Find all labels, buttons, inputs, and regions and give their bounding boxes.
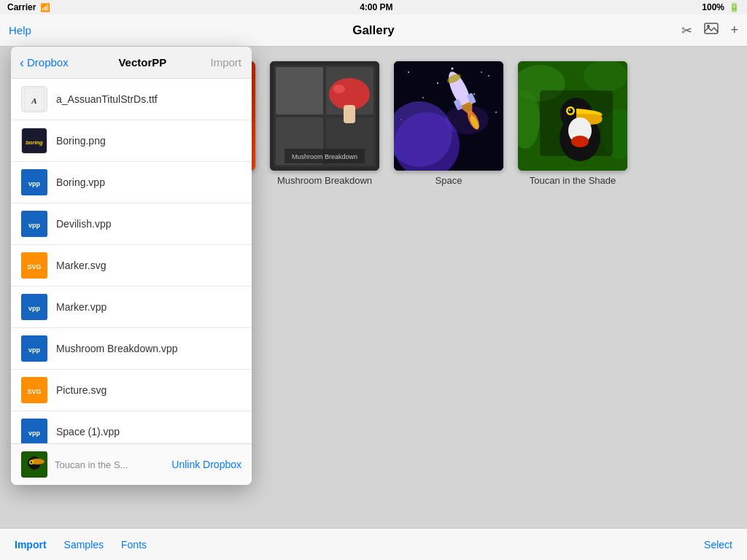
svg-rect-11: [276, 67, 323, 114]
tab-samples[interactable]: Samples: [64, 539, 104, 551]
svg-rect-16: [344, 105, 355, 123]
svg-point-21: [408, 71, 409, 73]
svg-text:SVG: SVG: [27, 263, 41, 271]
file-name-png: Boring.png: [56, 135, 106, 147]
gallery-item-mushroom[interactable]: Mushroom Breakdown Mushroom Breakdown: [270, 61, 379, 186]
file-item-marker-vpp[interactable]: vpp Marker.vpp: [11, 287, 252, 328]
file-icon-vpp-4: vpp: [21, 335, 47, 362]
file-name-mushroom-vpp: Mushroom Breakdown.vpp: [56, 343, 178, 354]
file-item-mushroom-vpp[interactable]: vpp Mushroom Breakdown.vpp: [11, 328, 252, 370]
svg-point-17: [333, 85, 345, 93]
file-list: A a_AssuanTitulStrDs.ttf boring Boring.p…: [11, 79, 252, 443]
svg-text:SVG: SVG: [27, 388, 41, 395]
image-button[interactable]: [704, 23, 719, 38]
scissors-button[interactable]: ✂: [681, 23, 692, 39]
footer-preview-label: Toucan in the S...: [55, 459, 128, 470]
file-icon-vpp-1: vpp: [21, 169, 47, 195]
tab-bar-left: Import Samples Fonts: [15, 539, 147, 551]
file-icon-png: boring: [21, 128, 47, 154]
svg-point-80: [31, 462, 33, 464]
file-item-devilish-vpp[interactable]: vpp Devilish.vpp: [11, 203, 252, 245]
battery-label: 100%: [702, 2, 724, 12]
file-item-png[interactable]: boring Boring.png: [11, 120, 252, 162]
scissors-icon: ✂: [681, 23, 692, 39]
unlink-dropbox-button[interactable]: Unlink Dropbox: [171, 459, 241, 470]
nav-right: ✂ +: [681, 23, 738, 39]
file-name-marker-svg: Marker.svg: [56, 260, 106, 271]
svg-point-30: [481, 71, 482, 73]
mushroom-thumbnail: Mushroom Breakdown: [270, 61, 379, 171]
help-button[interactable]: Help: [9, 24, 31, 36]
svg-point-50: [568, 109, 573, 114]
add-button[interactable]: +: [730, 23, 738, 38]
svg-point-26: [437, 82, 438, 84]
file-item-ttf[interactable]: A a_AssuanTitulStrDs.ttf: [11, 79, 252, 120]
svg-point-25: [422, 97, 424, 98]
dropdown-footer: Toucan in the S... Unlink Dropbox: [11, 443, 252, 485]
nav-bar: Help Gallery ✂ +: [0, 15, 747, 47]
file-name-devilish-vpp: Devilish.vpp: [56, 218, 111, 230]
toucan-thumbnail: [518, 61, 627, 171]
dropdown-import-button[interactable]: Import: [200, 56, 252, 69]
file-icon-vpp-5: vpp: [21, 419, 47, 443]
tab-bar: Import Samples Fonts Select: [0, 528, 747, 560]
svg-point-40: [445, 105, 489, 134]
file-icon-svg-2: SVG: [21, 377, 47, 403]
svg-point-22: [452, 68, 454, 70]
dropdown-header: ‹ Dropbox VectorPP Import: [11, 47, 252, 79]
svg-text:vpp: vpp: [28, 346, 41, 354]
file-name-marker-vpp: Marker.vpp: [56, 301, 107, 313]
dropdown-panel: ‹ Dropbox VectorPP Import A a_AssuanTitu…: [11, 47, 252, 485]
time-label: 4:00 PM: [360, 2, 392, 12]
nav-title: Gallery: [352, 23, 395, 38]
svg-point-51: [569, 109, 570, 111]
image-icon: [704, 23, 719, 38]
nav-left: Help: [9, 24, 31, 36]
toucan-label: Toucan in the Shade: [530, 175, 616, 186]
svg-text:Mushroom Breakdown: Mushroom Breakdown: [292, 153, 357, 160]
svg-point-24: [473, 93, 475, 95]
file-icon-vpp-3: vpp: [21, 294, 47, 320]
file-icon-vpp-2: vpp: [21, 211, 47, 237]
dropbox-back-button[interactable]: ‹ Dropbox: [11, 56, 77, 69]
file-icon-svg-1: SVG: [21, 252, 47, 279]
space-label: Space: [436, 175, 462, 186]
svg-point-53: [571, 136, 589, 147]
tab-select-button[interactable]: Select: [704, 539, 732, 551]
status-left: Carrier 📶: [7, 2, 50, 12]
battery-icon: 🔋: [729, 2, 740, 12]
svg-text:vpp: vpp: [28, 222, 41, 229]
back-label: Dropbox: [27, 56, 69, 69]
space-thumbnail: [394, 61, 503, 171]
svg-text:A: A: [31, 96, 36, 105]
file-icon-ttf: A: [21, 86, 47, 112]
carrier-label: Carrier: [7, 2, 36, 12]
back-chevron-icon: ‹: [20, 56, 24, 69]
svg-point-43: [584, 61, 627, 92]
gallery-item-toucan[interactable]: Toucan in the Shade: [518, 61, 627, 186]
file-name-picture-svg: Picture.svg: [56, 384, 107, 396]
file-item-picture-svg[interactable]: SVG Picture.svg: [11, 370, 252, 411]
status-right: 100% 🔋: [702, 2, 740, 12]
svg-point-23: [488, 75, 489, 77]
file-name-boring-vpp: Boring.vpp: [56, 176, 105, 188]
footer-preview-thumb: [21, 451, 47, 478]
file-name-ttf: a_AssuanTitulStrDs.ttf: [56, 93, 158, 105]
file-item-space1-vpp[interactable]: vpp Space (1).vpp: [11, 411, 252, 443]
svg-text:boring: boring: [26, 139, 43, 146]
status-bar: Carrier 📶 4:00 PM 100% 🔋: [0, 0, 747, 15]
tab-fonts[interactable]: Fonts: [121, 539, 147, 551]
svg-rect-0: [705, 23, 718, 34]
file-item-marker-svg[interactable]: SVG Marker.svg: [11, 245, 252, 287]
svg-text:vpp: vpp: [28, 305, 41, 312]
svg-text:vpp: vpp: [28, 180, 41, 187]
wifi-icon: 📶: [40, 3, 50, 12]
file-item-boring-vpp[interactable]: vpp Boring.vpp: [11, 162, 252, 203]
tab-import[interactable]: Import: [15, 539, 47, 551]
svg-text:vpp: vpp: [28, 429, 41, 437]
file-name-space1-vpp: Space (1).vpp: [56, 426, 120, 438]
mushroom-label: Mushroom Breakdown: [277, 175, 372, 186]
gallery-item-space[interactable]: Space: [394, 61, 503, 186]
svg-point-27: [495, 112, 497, 113]
dropdown-title: VectorPP: [77, 56, 208, 69]
